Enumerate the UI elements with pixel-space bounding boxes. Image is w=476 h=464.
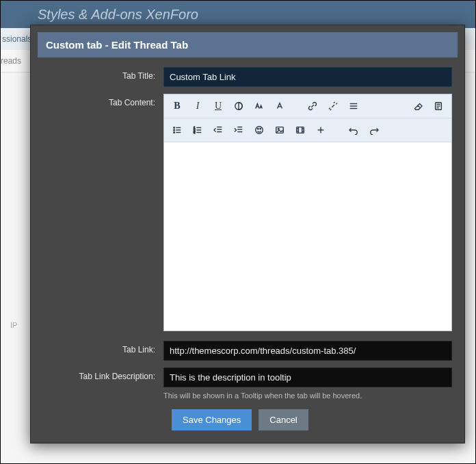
ul-icon[interactable] [170, 123, 185, 138]
svg-point-30 [278, 128, 279, 129]
svg-rect-31 [297, 127, 304, 133]
editor-content-area[interactable] [164, 142, 451, 331]
tab-link-desc-helper: This will be shown in a Tooltip when the… [163, 391, 452, 400]
label-tab-content: Tab Content: [43, 94, 163, 331]
modal-title: Custom tab - Edit Thread Tab [38, 32, 458, 57]
tab-link-desc-input[interactable] [163, 368, 452, 387]
svg-point-8 [174, 127, 175, 129]
outdent-icon[interactable] [211, 123, 226, 138]
insert-icon[interactable] [313, 123, 328, 138]
cancel-button[interactable]: Cancel [259, 409, 308, 430]
tab-link-input[interactable] [163, 341, 452, 361]
label-tab-title: Tab Title: [43, 67, 163, 87]
editor-toolbar-row-2: 123 [164, 118, 451, 142]
font-size-icon[interactable] [252, 99, 267, 114]
tab-title-input[interactable] [163, 67, 452, 87]
unlink-icon[interactable] [326, 99, 341, 114]
bold-icon[interactable]: B [170, 99, 185, 114]
source-icon[interactable] [431, 99, 446, 114]
link-icon[interactable] [305, 99, 320, 114]
brand-title: Styles & Add-ons XenForo [38, 7, 198, 23]
save-button[interactable]: Save Changes [172, 409, 252, 430]
smiley-icon[interactable] [252, 123, 267, 138]
underline-icon[interactable]: U [211, 99, 226, 114]
label-tab-link-desc: Tab Link Description: [43, 368, 163, 400]
eraser-icon[interactable] [410, 99, 425, 114]
font-color-icon[interactable] [272, 99, 287, 114]
svg-point-27 [258, 129, 259, 129]
indent-icon[interactable] [231, 123, 246, 138]
align-icon[interactable] [346, 99, 361, 114]
edit-thread-tab-modal: Custom tab - Edit Thread Tab Tab Title: … [30, 25, 465, 443]
label-tab-link: Tab Link: [43, 341, 163, 361]
svg-point-10 [174, 132, 175, 133]
media-icon[interactable] [293, 123, 308, 138]
italic-icon[interactable]: I [190, 99, 205, 114]
editor-toolbar-row-1: B I U [164, 94, 451, 118]
undo-icon[interactable] [346, 123, 361, 138]
svg-text:3: 3 [194, 131, 196, 134]
ol-icon[interactable]: 123 [190, 123, 205, 138]
svg-point-28 [260, 129, 261, 129]
image-icon[interactable] [272, 123, 287, 138]
rich-text-editor: B I U [163, 94, 452, 331]
contrast-icon[interactable] [231, 99, 246, 114]
svg-point-9 [174, 129, 175, 131]
redo-icon[interactable] [367, 123, 382, 138]
brand-header: Styles & Add-ons XenForo [1, 1, 475, 28]
